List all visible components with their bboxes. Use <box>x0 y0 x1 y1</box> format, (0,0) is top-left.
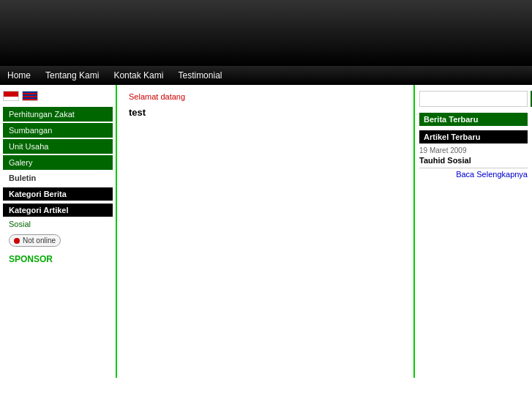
flag-english-icon[interactable] <box>22 91 38 101</box>
sidebar-item-perhitungan-zakat[interactable]: Perhitungan Zakat <box>3 107 113 122</box>
not-online-badge: Not online <box>9 234 61 247</box>
sidebar-item-unit-usaha[interactable]: Unit Usaha <box>3 139 113 154</box>
top-banner <box>0 0 532 66</box>
berita-terbaru-header: Berita Terbaru <box>419 113 528 126</box>
sidebar-link-sosial[interactable]: Sosial <box>3 218 113 230</box>
not-online-label: Not online <box>23 236 56 245</box>
article-title: Tauhid Sosial <box>419 156 528 165</box>
article-date: 19 Maret 2009 <box>419 146 528 154</box>
navbar: Home Tentang Kami Kontak Kami Testimonia… <box>0 66 532 85</box>
sidebar-buletin-label: Buletin <box>3 171 113 184</box>
sidebar-item-sumbangan[interactable]: Sumbangan <box>3 123 113 138</box>
search-input[interactable] <box>419 91 528 107</box>
sponsor-link[interactable]: SPONSOR <box>3 251 113 267</box>
welcome-text: Selamat datang <box>129 92 402 101</box>
nav-testimonial[interactable]: Testimonial <box>178 70 222 81</box>
content-body-text: test <box>129 107 402 118</box>
search-row: Cari <box>419 91 528 107</box>
sidebar-kategori-artikel-label: Kategori Artikel <box>3 204 113 217</box>
not-online-dot-icon <box>14 238 20 244</box>
nav-kontak-kami[interactable]: Kontak Kami <box>113 70 163 81</box>
main-wrapper: Perhitungan Zakat Sumbangan Unit Usaha G… <box>0 85 532 378</box>
read-more-link[interactable]: Baca Selengkapnya <box>419 168 528 179</box>
left-sidebar: Perhitungan Zakat Sumbangan Unit Usaha G… <box>0 85 117 378</box>
nav-home[interactable]: Home <box>7 70 31 81</box>
nav-tentang-kami[interactable]: Tentang Kami <box>45 70 99 81</box>
sidebar-kategori-berita-label: Kategori Berita <box>3 187 113 201</box>
content-area: Selamat datang test <box>117 85 415 378</box>
flag-row <box>3 91 113 101</box>
artikel-terbaru-header: Artikel Terbaru <box>419 130 528 143</box>
sidebar-item-galery[interactable]: Galery <box>3 155 113 170</box>
right-sidebar: Cari Berita Terbaru Artikel Terbaru 19 M… <box>415 85 532 378</box>
flag-indonesia-icon[interactable] <box>3 91 19 101</box>
